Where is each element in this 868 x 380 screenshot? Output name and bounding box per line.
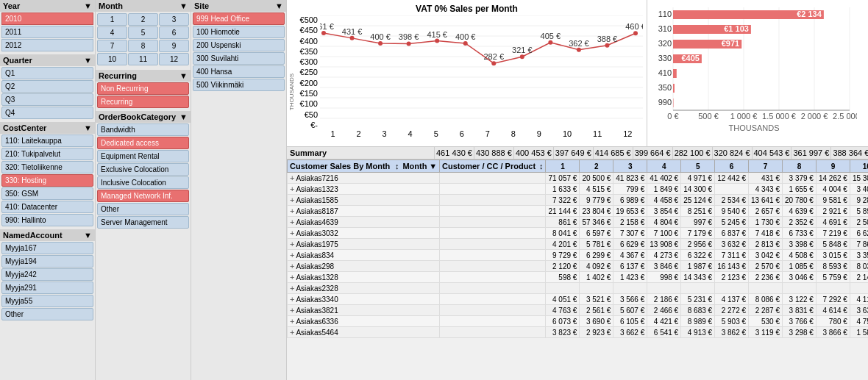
month-btn-9[interactable]: 9 xyxy=(159,40,189,52)
table-cell: 57 346 € xyxy=(580,217,613,228)
table-cell: 1 402 € xyxy=(580,272,613,283)
quarter-filter-icon[interactable]: ▼ xyxy=(84,56,92,65)
costcenter-item[interactable]: 330: Hosting xyxy=(1,174,93,187)
table-cell: 14 343 € xyxy=(681,272,715,283)
svg-point-25 xyxy=(520,54,524,59)
costcenter-item[interactable]: 350: GSM xyxy=(1,187,93,200)
namedaccount-filter-icon[interactable]: ▼ xyxy=(84,231,92,240)
table-row[interactable]: +Asiakas8349 729 €6 299 €4 367 €4 273 €6… xyxy=(288,250,869,261)
year-item-2010[interactable]: 2010 xyxy=(1,12,93,25)
month-btn-7[interactable]: 7 xyxy=(97,40,127,52)
month-btn-3[interactable]: 3 xyxy=(159,13,189,26)
orderbook-item[interactable]: Server Management xyxy=(97,216,189,229)
month-btn-6[interactable]: 6 xyxy=(159,26,189,39)
site-item[interactable]: 500 Viikinmäki xyxy=(193,79,285,91)
orderbook-item[interactable]: Inclusive Colocation xyxy=(97,176,189,189)
quarter-item-Q2[interactable]: Q2 xyxy=(1,80,93,93)
table-row[interactable]: +Asiakas38214 763 €2 561 €5 607 €2 466 €… xyxy=(288,305,869,316)
costcenter-filter-icon[interactable]: ▼ xyxy=(84,123,92,132)
orderbook-item[interactable]: Exclusive Colocation xyxy=(97,163,189,176)
svg-text:500 €: 500 € xyxy=(698,112,719,121)
summary-cell: 282 100 € xyxy=(672,147,712,159)
month-btn-10[interactable]: 10 xyxy=(97,53,127,65)
site-item[interactable]: 300 Suvilahti xyxy=(193,52,285,65)
table-cell: 19 653 € xyxy=(613,206,647,217)
svg-text:€1 103: €1 103 xyxy=(724,24,749,33)
orderbook-filter-icon[interactable]: ▼ xyxy=(179,112,188,121)
costcenter-item[interactable]: 410: Datacenter xyxy=(1,201,93,213)
table-cell: 2 657 € xyxy=(749,206,783,217)
table-row[interactable]: +Asiakas33404 051 €3 521 €3 566 €2 186 €… xyxy=(288,294,869,305)
table-cell: 2 123 € xyxy=(715,272,749,283)
table-row[interactable]: +Asiakas30328 041 €6 597 €7 307 €7 100 €… xyxy=(288,228,869,239)
month-btn-11[interactable]: 11 xyxy=(128,53,158,65)
orderbook-item[interactable]: Bandwidth xyxy=(97,123,189,136)
table-row[interactable]: +Asiakas19754 201 €5 781 €6 629 €13 908 … xyxy=(288,239,869,250)
table-row[interactable]: +Asiakas232855 532 € xyxy=(288,283,869,294)
costcenter-item[interactable]: 110: Laitekauppa xyxy=(1,135,93,147)
site-item[interactable]: 999 Head Office xyxy=(193,12,285,25)
month-btn-8[interactable]: 8 xyxy=(128,40,158,52)
table-row[interactable]: +Asiakas4639861 €57 346 €2 158 €4 804 €9… xyxy=(288,217,869,228)
namedaccount-item[interactable]: Myyja194 xyxy=(1,255,93,268)
quarter-item-Q3[interactable]: Q3 xyxy=(1,93,93,106)
month-btn-12[interactable]: 12 xyxy=(159,53,189,65)
svg-text:€405: €405 xyxy=(681,54,699,62)
site-item[interactable]: 400 Hansa xyxy=(193,65,285,78)
site-item[interactable]: 200 Uspenski xyxy=(193,39,285,51)
year-item-2012[interactable]: 2012 xyxy=(1,39,93,51)
data-table-container[interactable]: Customer Sales By Month ↕ Month ▼ Custom… xyxy=(287,159,868,380)
month-btn-5[interactable]: 5 xyxy=(128,26,158,39)
table-row[interactable]: +Asiakas1328598 €1 402 €1 423 €998 €14 3… xyxy=(288,272,869,283)
table-cell: 9 581 € xyxy=(816,195,850,206)
orderbook-item[interactable]: Dedicated access xyxy=(97,137,189,149)
month-btn-4[interactable]: 4 xyxy=(97,26,127,39)
site-item[interactable]: 100 Hiomotie xyxy=(193,26,285,38)
table-cell: 41 823 € xyxy=(613,173,647,184)
costcenter-filter-title: CostCenter ▼ xyxy=(0,122,95,134)
table-cell: 2 287 € xyxy=(749,305,783,316)
table-cell: 4 273 € xyxy=(647,250,681,261)
orderbook-item[interactable]: Managed Network Inf. xyxy=(97,190,189,202)
table-header-col9: 9 xyxy=(816,160,850,173)
table-row[interactable]: +Asiakas2982 120 €4 092 €6 137 €3 846 €1… xyxy=(288,261,869,272)
table-cell: 8 251 € xyxy=(681,206,715,217)
table-cell xyxy=(715,283,749,294)
recurring-item[interactable]: Non Recurring xyxy=(97,82,189,95)
recurring-filter-icon[interactable]: ▼ xyxy=(179,71,188,80)
year-filter-icon[interactable]: ▼ xyxy=(84,1,92,10)
quarter-item-Q4[interactable]: Q4 xyxy=(1,107,93,119)
table-row[interactable]: +Asiakas63366 073 €3 690 €6 105 €4 421 €… xyxy=(288,316,869,327)
table-header-customer[interactable]: Customer Sales By Month ↕ Month ▼ xyxy=(288,160,440,173)
namedaccount-item[interactable]: Myyja291 xyxy=(1,282,93,294)
svg-text:405 €: 405 € xyxy=(541,32,561,40)
table-row[interactable]: +Asiakas721671 057 €20 500 €41 823 €41 4… xyxy=(288,173,869,184)
namedaccount-item[interactable]: Other xyxy=(1,308,93,320)
orderbook-item[interactable]: Other xyxy=(97,203,189,215)
recurring-filter: Recurring ▼ Non RecurringRecurring xyxy=(96,70,191,108)
data-table: Customer Sales By Month ↕ Month ▼ Custom… xyxy=(287,159,868,338)
namedaccount-item[interactable]: Myyja167 xyxy=(1,242,93,254)
costcenter-item[interactable]: 990: Hallinto xyxy=(1,214,93,226)
orderbook-filter: OrderBookCategory ▼ BandwidthDedicated a… xyxy=(96,111,191,229)
month-btn-2[interactable]: 2 xyxy=(128,13,158,26)
namedaccount-item[interactable]: Myyja242 xyxy=(1,268,93,281)
table-row[interactable]: +Asiakas13231 633 €4 515 €799 €1 849 €14… xyxy=(288,184,869,195)
table-header-product[interactable]: Customer / CC / Product ↕ xyxy=(440,160,546,173)
site-filter-icon[interactable]: ▼ xyxy=(275,1,283,10)
table-row[interactable]: +Asiakas15857 322 €9 779 €6 989 €4 458 €… xyxy=(288,195,869,206)
costcenter-item[interactable]: 320: Tietoliikenne xyxy=(1,161,93,173)
recurring-item[interactable]: Recurring xyxy=(97,96,189,108)
table-cell: 3 015 € xyxy=(816,250,850,261)
table-cell: 4 051 € xyxy=(546,294,580,305)
table-row[interactable]: +Asiakas818721 144 €23 804 €19 653 €3 85… xyxy=(288,206,869,217)
table-cell: 3 119 € xyxy=(749,327,783,338)
quarter-item-Q1[interactable]: Q1 xyxy=(1,67,93,79)
month-filter-icon[interactable]: ▼ xyxy=(179,1,188,10)
costcenter-item[interactable]: 210: Tukipalvelut xyxy=(1,148,93,160)
orderbook-item[interactable]: Equipment Rental xyxy=(97,150,189,162)
year-item-2011[interactable]: 2011 xyxy=(1,26,93,38)
namedaccount-item[interactable]: Myyja55 xyxy=(1,295,93,307)
month-btn-1[interactable]: 1 xyxy=(97,13,127,26)
table-row[interactable]: +Asiakas54643 823 €2 923 €3 662 €6 541 €… xyxy=(288,327,869,338)
